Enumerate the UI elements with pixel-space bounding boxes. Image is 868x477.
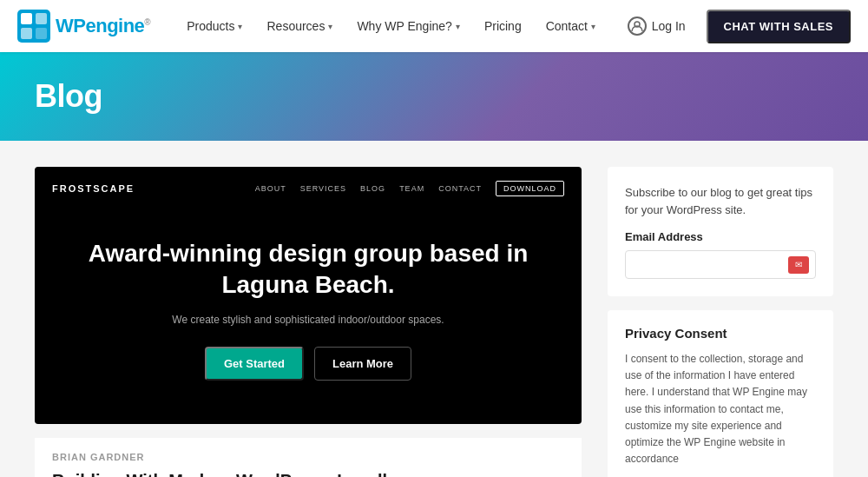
logo[interactable]: WPengine® [17,10,150,43]
svg-rect-4 [36,28,47,39]
frostscape-buttons: Get Started Learn More [52,347,564,381]
svg-rect-3 [21,28,32,39]
navbar: WPengine® Products ▾ Resources ▾ Why WP … [0,0,868,52]
frostscape-brand: FROSTSCAPE [52,183,135,194]
email-input[interactable] [625,250,816,279]
frostscape-link-contact[interactable]: CONTACT [438,184,482,193]
chevron-down-icon: ▾ [238,22,242,31]
chevron-down-icon: ▾ [591,22,595,31]
frostscape-links: ABOUT SERVICES BLOG TEAM CONTACT DOWNLOA… [255,181,564,196]
frostscape-hero: Award-winning design group based in Lagu… [35,203,582,424]
get-started-button[interactable]: Get Started [205,347,304,381]
chevron-down-icon: ▾ [328,22,332,31]
frostscape-subtext: We create stylish and sophisticated indo… [52,314,564,326]
frostscape-nav: FROSTSCAPE ABOUT SERVICES BLOG TEAM CONT… [35,167,582,203]
privacy-title: Privacy Consent [625,326,816,341]
frostscape-link-team[interactable]: TEAM [399,184,424,193]
blog-header: Blog [0,52,868,141]
privacy-box: Privacy Consent I consent to the collect… [608,310,833,477]
navbar-right: Log In CHAT WITH SALES [615,10,851,43]
nav-products[interactable]: Products ▾ [176,14,253,38]
frostscape-card: FROSTSCAPE ABOUT SERVICES BLOG TEAM CONT… [35,167,582,424]
left-column: FROSTSCAPE ABOUT SERVICES BLOG TEAM CONT… [35,167,582,477]
nav-resources[interactable]: Resources ▾ [256,14,343,38]
frostscape-headline: Award-winning design group based in Lagu… [52,238,564,301]
email-input-wrapper: ✉ [625,250,816,279]
privacy-text: I consent to the collection, storage and… [625,351,816,467]
right-column: Subscribe to our blog to get great tips … [608,167,833,477]
nav-why-wp-engine[interactable]: Why WP Engine? ▾ [346,14,470,38]
nav-pricing[interactable]: Pricing [474,14,532,38]
email-submit-icon[interactable]: ✉ [788,256,809,274]
frostscape-download-button[interactable]: DOWNLOAD [496,181,564,196]
svg-rect-1 [21,13,32,24]
learn-more-button[interactable]: Learn More [314,347,411,381]
frostscape-link-about[interactable]: ABOUT [255,184,286,193]
article-meta: BRIAN GARDNER Building With Modern WordP… [35,438,582,477]
logo-text: WPengine® [56,15,150,37]
subscribe-section: Subscribe to our blog to get great tips … [608,167,833,296]
email-label: Email Address [625,230,816,243]
nav-contact[interactable]: Contact ▾ [536,14,606,38]
frostscape-link-services[interactable]: SERVICES [300,184,346,193]
main-content: FROSTSCAPE ABOUT SERVICES BLOG TEAM CONT… [0,141,868,477]
user-icon [628,17,647,36]
chat-with-sales-button[interactable]: CHAT WITH SALES [707,10,851,43]
navbar-nav: Products ▾ Resources ▾ Why WP Engine? ▾ … [176,14,615,38]
logo-icon [17,10,50,43]
frostscape-link-blog[interactable]: BLOG [360,184,385,193]
svg-rect-2 [36,13,47,24]
blog-title: Blog [35,78,102,115]
chevron-down-icon: ▾ [456,22,460,31]
subscribe-text: Subscribe to our blog to get great tips … [625,184,816,218]
login-button[interactable]: Log In [615,11,698,41]
article-title[interactable]: Building With Modern WordPress, Locally [52,469,564,477]
article-category: BRIAN GARDNER [52,452,564,462]
